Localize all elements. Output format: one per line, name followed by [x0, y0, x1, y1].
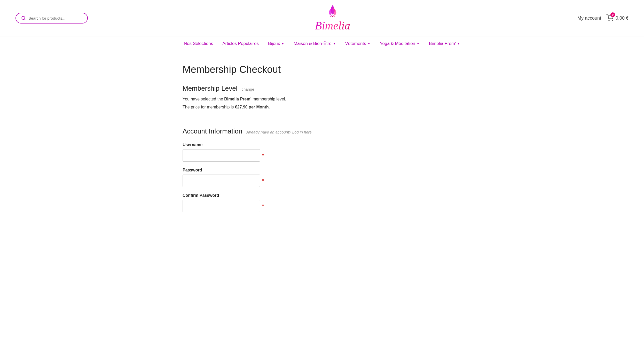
nav-item-bimelia-prem[interactable]: Bimelia Prem' ▼	[429, 41, 460, 46]
search-input[interactable]	[28, 16, 82, 20]
nav-label: Bijoux	[268, 41, 280, 46]
already-account-link[interactable]: Already have an account? Log in here	[246, 130, 312, 134]
page-title: Membership Checkout	[183, 64, 461, 75]
svg-line-1	[24, 19, 25, 20]
username-label: Username	[183, 143, 461, 147]
membership-name-bold: Bimelia Prem'	[224, 97, 251, 101]
password-input-wrap: *	[183, 175, 461, 187]
username-required-star: *	[262, 153, 264, 158]
cart-icon-wrap: 0	[606, 14, 614, 22]
svg-point-4	[612, 20, 612, 20]
nav-label: Maison & Bien-Être	[294, 41, 331, 46]
logo[interactable]: Bimelia	[315, 5, 350, 32]
nav-label: Yoga & Méditation	[380, 41, 415, 46]
password-required-star: *	[262, 178, 264, 184]
logo-text: Bimelia	[315, 20, 350, 32]
account-info-title: Account Information	[183, 127, 242, 135]
nav-item-vetements[interactable]: Vêtements ▼	[345, 41, 371, 46]
password-label: Password	[183, 168, 461, 172]
my-account-link[interactable]: My account	[577, 15, 601, 21]
nav-item-bijoux[interactable]: Bijoux ▼	[268, 41, 284, 46]
nav-label: Vêtements	[345, 41, 366, 46]
search-bar[interactable]	[15, 13, 88, 23]
chevron-down-icon: ▼	[417, 42, 420, 45]
chevron-down-icon: ▼	[457, 42, 460, 45]
chevron-down-icon: ▼	[367, 42, 371, 45]
header: Bimelia My account 0 0,00 €	[0, 0, 644, 36]
nav-item-maison[interactable]: Maison & Bien-Être ▼	[294, 41, 336, 46]
search-icon	[21, 16, 26, 20]
nav-item-yoga-meditation[interactable]: Yoga & Méditation ▼	[380, 41, 420, 46]
username-field-group: Username *	[183, 143, 461, 162]
confirm-password-input[interactable]	[183, 200, 260, 212]
chevron-down-icon: ▼	[333, 42, 336, 45]
svg-point-3	[609, 20, 609, 20]
confirm-password-required-star: *	[262, 203, 264, 209]
nav-item-nos-selections[interactable]: Nos Sélections	[184, 41, 213, 46]
nav-label: Articles Populaires	[222, 41, 259, 46]
confirm-password-field-group: Confirm Password *	[183, 193, 461, 212]
membership-price-bold: €27.90 per Month	[235, 105, 269, 109]
nav-item-articles-populaires[interactable]: Articles Populaires	[222, 41, 259, 46]
header-right: My account 0 0,00 €	[577, 14, 629, 22]
membership-level-section: Membership Level change	[183, 84, 461, 92]
membership-desc-line2: The price for membership is €27.90 per M…	[183, 104, 461, 111]
membership-desc-line1: You have selected the Bimelia Prem' memb…	[183, 96, 461, 103]
navigation: Nos Sélections Articles Populaires Bijou…	[0, 36, 644, 51]
password-field-group: Password *	[183, 168, 461, 187]
chevron-down-icon: ▼	[281, 42, 284, 45]
password-input[interactable]	[183, 175, 260, 187]
account-info-header: Account Information Already have an acco…	[183, 127, 461, 135]
cart-badge: 0	[610, 12, 615, 17]
confirm-password-label: Confirm Password	[183, 193, 461, 198]
nav-label: Bimelia Prem'	[429, 41, 456, 46]
membership-level-title: Membership Level	[183, 84, 237, 92]
cart-area[interactable]: 0 0,00 €	[606, 14, 629, 22]
confirm-password-input-wrap: *	[183, 200, 461, 212]
main-content: Membership Checkout Membership Level cha…	[167, 51, 477, 231]
logo-icon	[325, 5, 340, 19]
username-input-wrap: *	[183, 149, 461, 162]
change-link[interactable]: change	[241, 87, 254, 91]
section-divider	[183, 118, 461, 118]
nav-label: Nos Sélections	[184, 41, 213, 46]
cart-amount: 0,00 €	[616, 15, 629, 21]
username-input[interactable]	[183, 149, 260, 162]
